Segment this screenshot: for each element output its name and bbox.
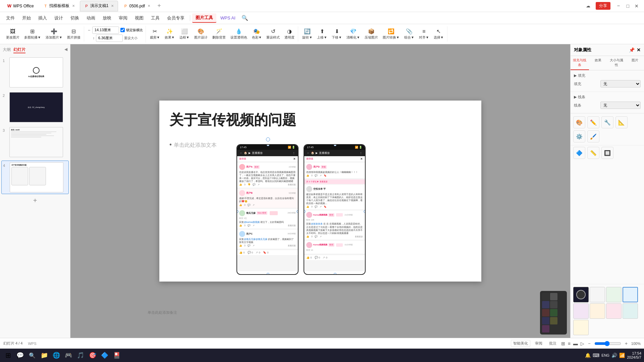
slide-thumb-4[interactable]: 4 关于宣传视频的问题: [1, 161, 69, 194]
handle-bm[interactable]: [267, 273, 269, 275]
volume-icon[interactable]: 🔊: [611, 353, 617, 358]
mini-thumb-4[interactable]: [550, 301, 557, 308]
reply-icon-2[interactable]: 💬: [248, 204, 251, 206]
collapse-panel-button[interactable]: ◀: [64, 47, 67, 53]
lock-ratio-checkbox[interactable]: [120, 28, 125, 32]
slide-thumb-1[interactable]: 1 Ar志愿者处理结果: [1, 56, 69, 89]
handle-bl[interactable]: [236, 273, 238, 275]
rotation-handle-left[interactable]: [266, 137, 270, 141]
fill-type-select[interactable]: 无: [600, 80, 641, 87]
taskbar-app2-icon[interactable]: 🔷: [99, 350, 110, 361]
menu-view[interactable]: 视图: [131, 14, 147, 22]
taskbar-app1-icon[interactable]: 🎯: [87, 350, 98, 361]
close-panel-button[interactable]: ✕: [637, 47, 641, 53]
zoom-out-btn[interactable]: －: [587, 341, 592, 347]
menu-image-tools[interactable]: 图片工具: [192, 13, 216, 23]
mini-thumb-2[interactable]: [550, 293, 557, 300]
rp-tab-image[interactable]: 图片: [626, 56, 644, 70]
like-icon-r3[interactable]: 👍: [306, 235, 309, 238]
menu-slideshow[interactable]: 放映: [99, 14, 115, 22]
minimize-button[interactable]: －: [616, 2, 621, 9]
btn-select[interactable]: ↖ 选择▼: [432, 27, 446, 41]
handle-mr[interactable]: [297, 210, 299, 213]
normal-view-btn[interactable]: ▬: [573, 341, 578, 346]
rp-thumb-7[interactable]: [606, 303, 622, 319]
notification-icon[interactable]: 🔔: [585, 353, 591, 358]
share-button[interactable]: 分享: [596, 2, 610, 10]
handle-r-br[interactable]: [364, 273, 366, 275]
action-icon-3[interactable]: 🔧: [601, 116, 613, 128]
review-btn[interactable]: 审阅: [533, 340, 544, 347]
menu-transition[interactable]: 切换: [67, 14, 83, 22]
reply-icon-r1[interactable]: 💬: [315, 174, 318, 177]
mini-thumb-3[interactable]: [542, 301, 549, 308]
reset-size-label[interactable]: 重设大小: [124, 36, 138, 41]
mini-thumb-1[interactable]: [542, 293, 549, 300]
phone-close-search[interactable]: ✕: [293, 157, 296, 161]
handle-tr[interactable]: [297, 144, 299, 146]
add-slide-button[interactable]: +: [1, 197, 69, 204]
action-icon-6[interactable]: 🖌️: [587, 130, 599, 142]
grid-view-btn[interactable]: ⊞: [561, 341, 565, 346]
btn-move-down[interactable]: ⬇ 下移▼: [330, 27, 344, 41]
btn-remove-bg[interactable]: 🪄 删除背景: [210, 27, 228, 41]
home-icon[interactable]: 🏠: [244, 152, 247, 155]
rp-thumb-9[interactable]: [573, 320, 589, 335]
width-input[interactable]: [92, 26, 119, 34]
action-icon-4[interactable]: 📐: [615, 116, 628, 128]
menu-vip[interactable]: 会员专享: [164, 14, 188, 22]
taskbar-music-icon[interactable]: 🎵: [75, 350, 86, 361]
share-icon-r2[interactable]: ↗: [320, 205, 322, 208]
dislike-icon-1[interactable]: 👎: [248, 183, 251, 186]
like-icon-r1[interactable]: 👍: [306, 174, 309, 177]
mini-thumb-9[interactable]: [542, 325, 549, 333]
add-note-hint[interactable]: 单击此处添加备注: [148, 310, 177, 315]
share-icon-r3[interactable]: ↗: [320, 235, 322, 238]
pin-icon[interactable]: 📌: [629, 47, 635, 53]
reply-icon-r3[interactable]: 💬: [315, 235, 318, 238]
rp-thumb-8[interactable]: [623, 303, 638, 319]
btn-image-design[interactable]: 🎨 图片设计: [192, 27, 210, 41]
phone-right-close[interactable]: ✕: [360, 157, 363, 161]
fill-section-title[interactable]: ▶ 填充: [574, 73, 641, 78]
slide-thumb-3[interactable]: 3 姓名: asaki: [1, 126, 69, 159]
btn-move-up[interactable]: ⬆ 上移▼: [315, 27, 329, 41]
rp-tab-effect[interactable]: 效果: [589, 56, 607, 70]
like-icon-4[interactable]: 👍: [239, 244, 242, 247]
action-icon-9[interactable]: 🔲: [601, 147, 613, 159]
keyboard-icon[interactable]: ⌨: [593, 353, 599, 358]
line-section-title[interactable]: ▶ 线条: [574, 95, 641, 100]
back-icon[interactable]: ←: [240, 152, 243, 155]
reply-icon-1[interactable]: 💬: [253, 183, 256, 186]
btn-image-convert[interactable]: 🔁 图片转换▼: [381, 27, 401, 41]
tab-wps-office[interactable]: W WPS Office: [3, 1, 38, 11]
share-icon-4[interactable]: ↗: [253, 244, 255, 247]
taskbar-game-icon[interactable]: 🎮: [63, 350, 74, 361]
menu-file[interactable]: 文件: [3, 14, 18, 22]
line-type-select[interactable]: 无: [600, 102, 641, 109]
taskbar-explorer-icon[interactable]: 📁: [39, 350, 50, 361]
network-icon[interactable]: 📶: [619, 353, 625, 358]
start-button[interactable]: ⊞: [3, 350, 13, 361]
tab-presentation[interactable]: P 演示文稿1 ✕: [80, 1, 118, 11]
handle-r-mr[interactable]: [364, 210, 366, 213]
rp-tab-fill[interactable]: 填充与线条: [571, 56, 589, 70]
menu-insert[interactable]: 插入: [35, 14, 50, 22]
rp-thumb-3[interactable]: [606, 287, 622, 302]
handle-br[interactable]: [297, 273, 299, 275]
outline-tab[interactable]: 大纲: [3, 47, 11, 53]
lang-indicator[interactable]: ENG: [601, 353, 609, 357]
tab-find-template[interactable]: T 找模板模板 ✕: [39, 1, 79, 11]
taskbar-search-icon[interactable]: 🔍: [27, 350, 38, 361]
btn-effect[interactable]: ✨ 效果▼: [163, 27, 177, 41]
search-icon[interactable]: 🔍: [239, 13, 250, 22]
mini-thumb-6[interactable]: [550, 309, 557, 316]
mini-thumb-8[interactable]: [550, 317, 557, 324]
cloud-icon[interactable]: ☁: [586, 3, 590, 8]
smart-btn[interactable]: 智能美化: [511, 340, 530, 347]
like-icon-1[interactable]: 👍: [239, 183, 242, 186]
slide-thumb-2[interactable]: 2 姓名: SC_shengcheng: [1, 91, 69, 124]
reply-icon-4[interactable]: 💬: [248, 244, 251, 247]
note-btn[interactable]: 批注: [547, 340, 558, 347]
bullet-text[interactable]: 单击此处添加文本: [174, 142, 217, 148]
